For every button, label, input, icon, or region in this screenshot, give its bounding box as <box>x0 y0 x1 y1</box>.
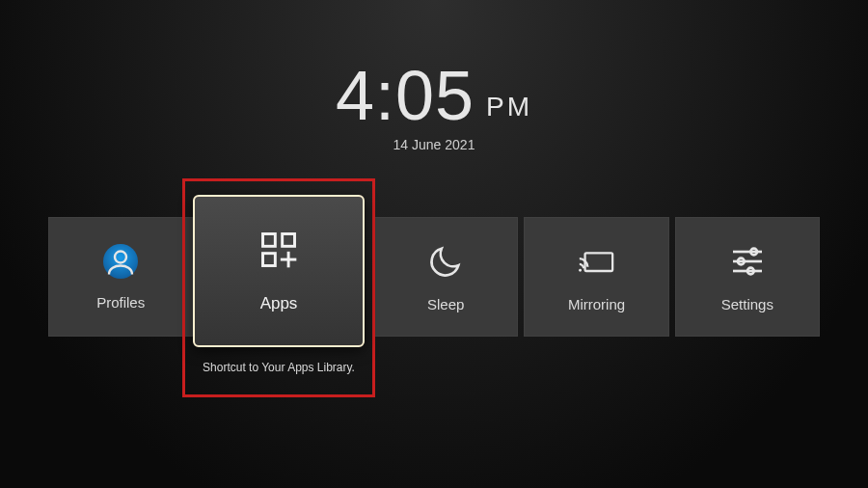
tile-settings[interactable]: Settings <box>675 217 820 337</box>
clock-time-value: 4:05 <box>336 56 475 135</box>
svg-point-2 <box>580 268 583 271</box>
apps-grid-icon <box>258 229 300 275</box>
profile-avatar-icon <box>103 244 138 279</box>
clock-time: 4:05 PM <box>336 56 532 135</box>
tile-apps[interactable]: Apps <box>193 195 365 347</box>
clock-block: 4:05 PM 14 June 2021 <box>0 0 868 152</box>
svg-rect-9 <box>263 234 276 247</box>
tile-mirroring[interactable]: Mirroring <box>524 217 668 337</box>
tile-apps-label: Apps <box>260 294 298 313</box>
svg-rect-10 <box>283 234 295 247</box>
sliders-icon <box>728 242 767 281</box>
clock-ampm: PM <box>486 92 532 122</box>
tile-sleep[interactable]: Sleep <box>373 217 518 337</box>
svg-point-0 <box>115 251 126 262</box>
moon-icon <box>426 242 465 281</box>
svg-rect-1 <box>585 253 613 271</box>
quick-access-row: Profiles Sleep Mirroring Settings <box>0 217 868 337</box>
tile-profiles-label: Profiles <box>96 294 145 311</box>
tile-sleep-label: Sleep <box>427 296 464 312</box>
tile-mirroring-label: Mirroring <box>568 296 625 312</box>
tile-settings-label: Settings <box>721 296 773 312</box>
tile-apps-caption: Shortcut to Your Apps Library. <box>203 361 355 374</box>
mirroring-icon <box>577 242 615 281</box>
annotation-highlight-box: Apps Shortcut to Your Apps Library. <box>182 178 375 397</box>
clock-date: 14 June 2021 <box>0 137 868 152</box>
tile-profiles[interactable]: Profiles <box>48 217 193 337</box>
svg-rect-11 <box>263 254 276 266</box>
